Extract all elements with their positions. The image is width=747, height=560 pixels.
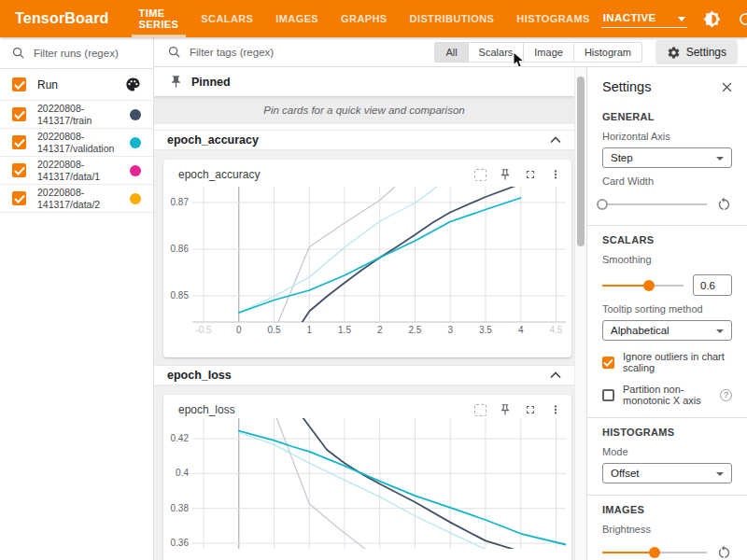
general-heading: GENERAL [602, 111, 732, 122]
card-width-slider[interactable] [602, 198, 707, 211]
refresh-icon[interactable] [737, 10, 747, 28]
svg-text:1.5: 1.5 [338, 325, 351, 335]
scalar-card-epoch-accuracy: epoch_accuracy [163, 160, 571, 357]
svg-text:-0.5: -0.5 [195, 325, 212, 335]
run-color-dot[interactable] [130, 109, 141, 120]
svg-text:0.38: 0.38 [171, 503, 190, 513]
run-color-dot[interactable] [130, 193, 141, 204]
settings-general-section: GENERAL Horizontal Axis Step Card Width [587, 103, 747, 225]
tab-graphs[interactable]: GRAPHS [330, 0, 398, 37]
filter-runs-input[interactable]: Filter runs (regex) [0, 37, 153, 69]
ignore-outliers-row: Ignore outliers in chart scaling [602, 351, 732, 373]
filter-histogram-button[interactable]: Histogram [573, 42, 642, 63]
brightness-label: Brightness [602, 524, 732, 535]
reset-icon[interactable] [716, 544, 732, 560]
tab-scalars[interactable]: SCALARS [190, 0, 264, 37]
scrollbar-thumb[interactable] [577, 77, 585, 246]
tooltip-sorting-select[interactable]: Alphabetical [602, 320, 732, 341]
run-name: 20220808-141317/train [37, 103, 116, 126]
check-icon [14, 110, 25, 119]
epoch-loss-line-chart[interactable]: 0.360.380.40.42 [166, 418, 568, 549]
card-title: epoch_accuracy [178, 168, 260, 181]
settings-button[interactable]: Settings [655, 40, 738, 64]
chevron-up-icon[interactable] [550, 371, 561, 379]
filter-tags-input[interactable]: Filter tags (regex) [190, 47, 274, 58]
pin-card-icon[interactable] [499, 168, 512, 181]
svg-text:0.42: 0.42 [171, 433, 190, 443]
check-icon [14, 194, 25, 203]
check-icon [603, 358, 613, 367]
more-options-icon[interactable] [549, 168, 562, 181]
select-all-runs-checkbox[interactable] [12, 77, 26, 91]
search-icon [11, 46, 25, 60]
histogram-mode-select[interactable]: Offset [602, 463, 732, 483]
run-row: 20220808-141317/data/2 [0, 185, 153, 213]
card-width-label: Card Width [602, 175, 732, 187]
tab-distributions[interactable]: DISTRIBUTIONS [399, 0, 506, 37]
section-header-epoch-accuracy[interactable]: epoch_accuracy [154, 130, 574, 150]
run-checkbox[interactable] [12, 135, 26, 149]
tab-histograms[interactable]: HISTOGRAMS [505, 0, 600, 37]
run-checkbox[interactable] [12, 163, 26, 177]
run-checkbox[interactable] [12, 107, 26, 121]
filter-image-button[interactable]: Image [523, 42, 574, 63]
run-color-dot[interactable] [130, 137, 141, 148]
tab-images[interactable]: IMAGES [264, 0, 330, 37]
pinned-section-header: Pinned [154, 67, 574, 96]
images-heading: IMAGES [602, 504, 732, 515]
run-color-dot[interactable] [130, 165, 141, 176]
mode-label: Mode [602, 446, 732, 457]
epoch-accuracy-line-chart[interactable]: 0.850.860.8700.511.522.533.54-0.54.5 [166, 183, 568, 343]
help-icon[interactable]: ? [720, 389, 732, 401]
section-title: epoch_accuracy [167, 133, 259, 147]
histogram-mode-value: Offset [611, 468, 639, 479]
filter-scalars-button[interactable]: Scalars [468, 42, 525, 63]
svg-text:4.5: 4.5 [549, 325, 562, 335]
smoothing-slider[interactable] [602, 279, 684, 292]
chevron-up-icon[interactable] [550, 136, 561, 144]
partition-x-axis-checkbox[interactable] [602, 389, 614, 401]
brightness-icon[interactable] [703, 10, 721, 28]
more-options-icon[interactable] [549, 403, 562, 416]
fit-to-data-icon[interactable] [474, 169, 486, 181]
smoothing-input[interactable]: 0.6 [693, 274, 732, 296]
tooltip-sorting-value: Alphabetical [611, 325, 669, 336]
svg-text:0.86: 0.86 [171, 244, 190, 254]
filter-all-button[interactable]: All [434, 42, 468, 63]
runs-column-header: Run [37, 78, 58, 91]
horizontal-axis-select[interactable]: Step [602, 147, 732, 168]
pin-card-icon[interactable] [499, 403, 512, 416]
partition-x-axis-row: Partition non-monotonic X axis ? [602, 384, 732, 406]
gear-icon [667, 46, 681, 60]
svg-text:1: 1 [307, 325, 313, 335]
svg-text:2: 2 [377, 325, 383, 335]
fullscreen-icon[interactable] [524, 168, 537, 181]
run-row: 20220808-141317/validation [0, 129, 153, 157]
horizontal-axis-label: Horizontal Axis [602, 131, 732, 142]
cards-scroll-area: Pinned Pin cards for a quick view and co… [154, 67, 586, 560]
pin-icon [169, 75, 183, 89]
run-row: 20220808-141317/data/1 [0, 157, 153, 185]
brightness-slider[interactable] [602, 546, 707, 559]
tab-time-series[interactable]: TIME SERIES [128, 0, 190, 37]
vertical-scrollbar[interactable] [574, 67, 586, 560]
fit-to-data-icon[interactable] [474, 404, 486, 416]
close-icon[interactable] [720, 80, 734, 94]
pinned-empty-message: Pin cards for a quick view and compariso… [154, 96, 574, 124]
run-checkbox[interactable] [12, 191, 26, 205]
fullscreen-icon[interactable] [524, 403, 537, 416]
palette-icon[interactable] [125, 77, 141, 92]
chevron-down-icon [678, 17, 685, 21]
settings-images-section: IMAGES Brightness Contrast [587, 496, 747, 560]
chevron-down-icon [716, 329, 724, 333]
section-header-epoch-loss[interactable]: epoch_loss [154, 365, 574, 385]
check-icon [14, 166, 25, 175]
check-icon [14, 138, 25, 147]
ignore-outliers-checkbox[interactable] [602, 357, 614, 369]
svg-text:0: 0 [236, 325, 242, 335]
reset-icon[interactable] [716, 196, 732, 212]
run-status-select[interactable]: INACTIVE [601, 9, 687, 28]
app-title: TensorBoard [15, 10, 109, 27]
run-name: 20220808-141317/validation [37, 131, 116, 154]
svg-text:0.5: 0.5 [268, 325, 281, 335]
